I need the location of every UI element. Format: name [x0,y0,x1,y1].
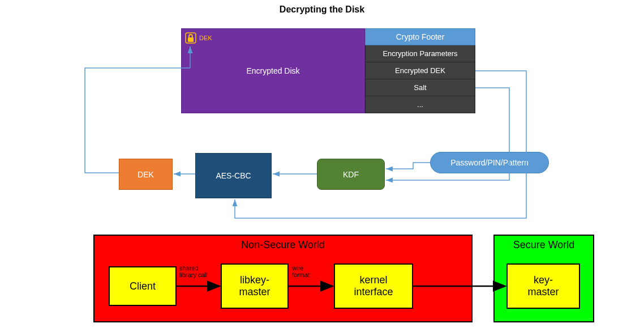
lock-icon [184,32,197,44]
dek-box: DEK [119,159,173,190]
password-pill: Password/PIN/Pattern [430,152,549,173]
footer-row-encdek: Encrypted DEK [365,62,475,79]
secure-world-title: Secure World [495,239,593,251]
footer-row-ellipsis: ... [365,96,475,113]
kdf-box: KDF [317,159,385,190]
footer-row-salt: Salt [365,79,475,96]
kernel-interface-box: kernel interface [334,263,413,309]
client-box: Client [109,266,177,306]
aes-cbc-box: AES-CBC [195,153,272,198]
wire-format-label: wire format [292,265,310,278]
crypto-footer-column: Crypto Footer Encryption Parameters Encr… [365,28,475,113]
libkeymaster-box: libkey- master [221,263,289,309]
crypto-footer-header: Crypto Footer [365,28,475,45]
non-secure-world-title: Non-Secure World [95,239,471,251]
shared-library-call-label: shared library call [179,265,208,278]
svg-rect-1 [188,37,194,42]
dek-badge: DEK [184,32,212,44]
keymaster-box: key- master [506,263,580,309]
diagram-title: Decrypting the Disk [0,5,644,15]
dek-badge-text: DEK [199,35,212,41]
footer-row-encparams: Encryption Parameters [365,45,475,62]
